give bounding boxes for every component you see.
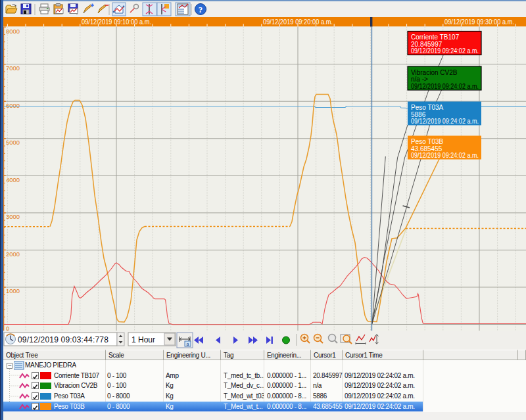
svg-text:2000: 2000	[6, 250, 20, 258]
svg-text:5000: 5000	[6, 139, 20, 146]
svg-text:09/12/2019 09:24:02 a.m.: 09/12/2019 09:24:02 a.m.	[411, 83, 479, 90]
svg-text:?: ?	[199, 5, 203, 14]
svg-text:8000: 8000	[6, 28, 20, 35]
svg-text:09/12/2019 09:10:00 a.m.: 09/12/2019 09:10:00 a.m.	[82, 18, 151, 26]
svg-text:1 Hour: 1 Hour	[132, 335, 155, 344]
svg-text:Vibracion CV2B: Vibracion CV2B	[411, 69, 458, 76]
svg-text:4000: 4000	[6, 176, 20, 183]
svg-text:09/12/2019 09:24:02 a.m.: 09/12/2019 09:24:02 a.m.	[411, 152, 479, 159]
svg-text:09/12/2019 09:03:44:778: 09/12/2019 09:03:44:778	[18, 335, 108, 344]
svg-text:Peso T03A: Peso T03A	[411, 104, 444, 111]
svg-text:09/12/2019 09:20:00 a.m.: 09/12/2019 09:20:00 a.m.	[263, 18, 333, 26]
svg-text:6000: 6000	[6, 102, 20, 109]
svg-text:n/a ->: n/a ->	[411, 76, 428, 83]
svg-text:43.685455: 43.685455	[411, 145, 442, 152]
svg-text:1000: 1000	[6, 287, 20, 294]
svg-text:20.845997: 20.845997	[411, 41, 442, 48]
svg-text:0: 0	[6, 325, 9, 331]
svg-text:Corriente TB107: Corriente TB107	[411, 34, 460, 41]
svg-text:a: a	[187, 342, 189, 346]
svg-text:3000: 3000	[6, 213, 20, 220]
svg-text:09/12/2019 09:24:02 a.m.: 09/12/2019 09:24:02 a.m.	[411, 118, 479, 125]
svg-text:09/12/2019 09:24:02 a.m.: 09/12/2019 09:24:02 a.m.	[411, 47, 479, 55]
svg-text:Peso T03B: Peso T03B	[411, 138, 444, 145]
svg-text:7000: 7000	[6, 64, 20, 72]
svg-text:09/12/2019 09:30:00 a.m.: 09/12/2019 09:30:00 a.m.	[444, 18, 514, 26]
svg-text:5886: 5886	[411, 111, 426, 118]
